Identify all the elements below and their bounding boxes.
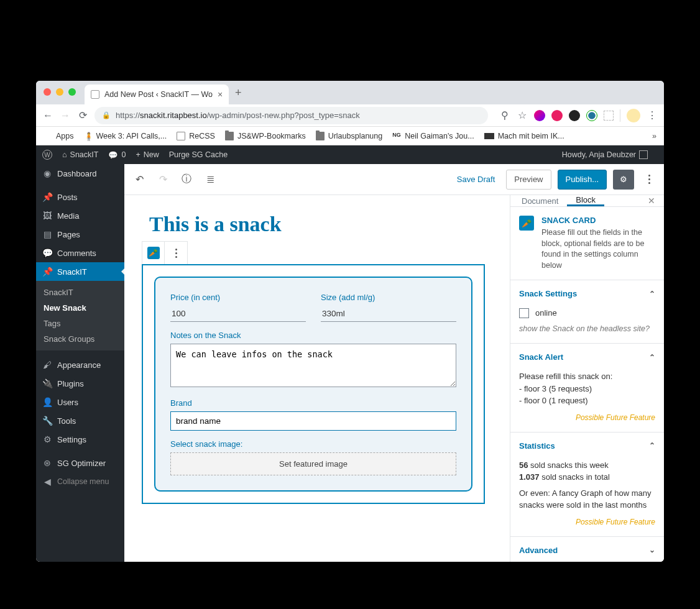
size-label: Size (add ml/g) [321,293,456,302]
forward-button[interactable]: → [60,110,71,121]
back-button[interactable]: ← [42,110,53,121]
comments-link[interactable]: 💬0 [108,150,126,160]
collapse-label: Collapse menu [57,477,109,486]
size-input[interactable] [321,306,456,322]
collapse-menu[interactable]: ◀Collapse menu [36,472,124,491]
new-content[interactable]: +New [136,150,159,159]
tab-document[interactable]: Document [513,195,567,206]
bookmarks-overflow-icon[interactable]: » [652,132,656,140]
extension-icon[interactable] [534,110,545,121]
preview-button[interactable]: Preview [506,170,551,190]
menu-users[interactable]: 👤Users [36,393,124,411]
bookmark-item[interactable]: ReCSS [177,132,215,140]
reload-button[interactable]: ⟳ [77,109,88,121]
menu-appearance[interactable]: 🖌Appearance [36,355,124,374]
menu-dashboard[interactable]: ◉Dashboard [36,164,124,183]
menu-label: Users [57,398,78,407]
more-button[interactable] [640,171,658,188]
post-title[interactable]: This is a snack [149,213,485,236]
zoom-icon[interactable]: ⚲ [499,109,510,121]
bookmark-folder[interactable]: JS&WP-Bookmarks [225,132,306,140]
browser-menu-icon[interactable]: ⋮ [647,109,658,121]
close-inspector-icon[interactable]: ✕ [642,196,661,206]
submenu-item[interactable]: Tags [36,316,124,331]
kebab-icon [175,249,177,258]
block-type-icon[interactable]: 🥕 [142,242,165,264]
bookmark-item[interactable]: NGNeil Gaiman's Jou... [392,132,474,140]
publish-button[interactable]: Publish... [558,170,607,190]
tab-block[interactable]: Block [567,195,604,206]
url-host: snackit.ritapbest.io [140,111,207,120]
extension-icon[interactable] [586,110,597,121]
price-input[interactable] [170,306,306,322]
site-icon: NG [392,132,401,140]
panel-advanced: Advanced⌄ [510,537,664,562]
submenu-item-active[interactable]: New Snack [36,300,124,316]
online-checkbox-row[interactable]: online [519,307,655,319]
panel-title: Snack Alert [519,352,563,362]
info-button[interactable]: ⓘ [178,171,195,188]
chevron-up-icon: ⌃ [649,290,655,298]
checkbox-icon[interactable] [519,308,529,318]
new-tab-button[interactable]: + [235,86,242,99]
menu-settings[interactable]: ⚙Settings [36,430,124,449]
menu-snackit[interactable]: 📌SnackIT [36,262,124,281]
bookmark-item[interactable]: 🧍Week 3: API Calls,... [84,132,167,140]
address-bar[interactable]: 🔒 https://snackit.ritapbest.io/wp-admin/… [94,107,488,124]
site-icon [484,133,494,139]
bookmark-label: Neil Gaiman's Jou... [405,132,474,140]
menu-plugins[interactable]: 🔌Plugins [36,374,124,393]
menu-pages[interactable]: ▤Pages [36,225,124,244]
extension-icon[interactable] [604,111,614,121]
undo-button[interactable]: ↶ [131,171,148,188]
menu-tools[interactable]: 🔧Tools [36,411,124,430]
inspector-tabs: Document Block ✕ [510,195,664,207]
outline-button[interactable]: ≣ [201,171,219,188]
wp-logo[interactable]: W [42,150,52,160]
block-more-button[interactable] [165,242,187,264]
menu-media[interactable]: 🖼Media [36,206,124,225]
editor-canvas[interactable]: This is a snack 🥕 Price (in cent) [124,195,510,562]
close-window-icon[interactable] [44,88,51,96]
menu-comments[interactable]: 💬Comments [36,244,124,262]
submenu-item[interactable]: Snack Groups [36,331,124,347]
user-avatar-icon [639,150,648,159]
star-icon[interactable]: ☆ [517,109,528,121]
admin-sidebar: ◉Dashboard 📌Posts 🖼Media ▤Pages 💬Comment… [36,164,124,562]
tab-close-icon[interactable]: × [218,89,223,99]
minimize-window-icon[interactable] [56,88,63,96]
media-icon: 🖼 [42,211,52,221]
submenu-item[interactable]: SnackIT [36,285,124,300]
gear-icon: ⚙ [620,175,627,184]
brand-input[interactable] [170,411,456,431]
browser-toolbar: ← → ⟳ 🔒 https://snackit.ritapbest.io/wp-… [36,104,664,127]
panel-toggle[interactable]: Statistics⌃ [510,433,664,459]
purge-cache[interactable]: Purge SG Cache [169,150,228,159]
panel-toggle[interactable]: Snack Alert⌃ [510,344,664,370]
alert-line: - floor 3 (5 requests) [519,383,655,395]
browser-tab[interactable]: Add New Post ‹ SnackIT — Wo × [85,85,229,104]
extension-icon[interactable] [569,110,580,121]
panel-toggle[interactable]: Advanced⌄ [510,537,664,562]
save-draft-button[interactable]: Save Draft [452,171,500,188]
site-link[interactable]: ⌂SnackIT [62,150,98,159]
set-featured-image-button[interactable]: Set featured image [170,452,456,475]
menu-posts[interactable]: 📌Posts [36,188,124,206]
panel-toggle[interactable]: Snack Settings⌃ [510,280,664,307]
bookmark-apps[interactable]: Apps [44,132,74,140]
notes-textarea[interactable]: We can leave infos on the snack [170,344,456,387]
bookmark-folder[interactable]: Urlaubsplanung [316,132,383,140]
menu-label: Comments [57,249,96,258]
toolbar-right: ⚲ ☆ ⋮ [499,109,658,122]
menu-sg-optimizer[interactable]: ⊛SG Optimizer [36,454,124,472]
settings-button[interactable]: ⚙ [613,170,634,190]
menu-label: SG Optimizer [57,459,106,468]
profile-avatar[interactable] [627,109,640,122]
user-greeting[interactable]: Howdy, Anja Deubzer [562,150,648,159]
extension-icon[interactable] [551,110,563,121]
redo-button[interactable]: ↷ [154,171,172,188]
bookmark-item[interactable]: Mach mit beim IK... [484,132,564,140]
home-icon: ⌂ [62,150,67,159]
future-feature-note: Possible Future Feature [519,516,655,528]
maximize-window-icon[interactable] [68,88,76,96]
